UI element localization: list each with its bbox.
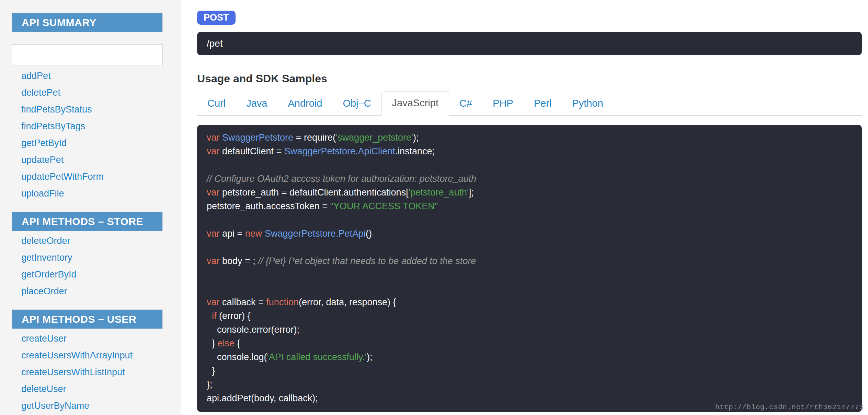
list-item: getPetById [0,135,181,152]
list-item: getInventory [0,249,181,266]
code-token: var [207,146,222,156]
sidebar-item-createUser[interactable]: createUser [21,333,67,344]
sidebar-item-createUsersWithListInput[interactable]: createUsersWithListInput [21,367,125,377]
code-line [207,282,852,295]
code-token: var [207,187,222,198]
sidebar-item-deleteOrder[interactable]: deleteOrder [21,236,70,246]
code-token: petstore_auth.accessToken = [207,201,330,211]
sidebar-item-addPet[interactable]: addPet [21,71,51,81]
list-item: getOrderById [0,266,181,283]
tab-php[interactable]: PHP [482,91,524,115]
code-line: }; [207,378,852,391]
code-token: ); [413,132,419,143]
list-item: createUsersWithListInput [0,364,181,381]
code-line [207,240,852,254]
list-item: createUsersWithArrayInput [0,347,181,364]
sidebar-item-placeOrder[interactable]: placeOrder [21,286,67,296]
language-tabs: CurlJavaAndroidObj–CJavaScriptC#PHPPerlP… [197,91,862,116]
code-line: var body = ; // {Pet} Pet object that ne… [207,254,852,268]
sidebar-section-title: API METHODS – STORE [12,212,163,231]
code-line: } else { [207,336,852,350]
code-token: var [207,297,222,307]
list-item: deleteUser [0,381,181,398]
code-token: petstore_auth = defaultClient.authentica… [222,187,409,198]
code-line: var callback = function(error, data, res… [207,295,852,309]
watermark: http://blog.csdn.net/rth362147773 [715,403,864,411]
sidebar-section-list: createUsercreateUsersWithArrayInputcreat… [0,330,181,414]
sidebar-item-getInventory[interactable]: getInventory [21,252,72,263]
code-token: SwaggerPetstore.PetApi [265,228,366,239]
code-token: api = [222,228,245,239]
code-token: body = ; [222,256,258,266]
sidebar-sections: API SUMMARYaddPetdeletePetfindPetsByStat… [0,13,181,414]
code-line: } [207,364,852,378]
code-line: var SwaggerPetstore = require('swagger_p… [207,131,852,144]
code-line [207,268,852,282]
code-token: 'swagger_petstore' [336,132,413,143]
code-token: } [207,338,218,348]
sidebar-item-findPetsByStatus[interactable]: findPetsByStatus [21,104,92,115]
list-item: createUser [0,330,181,347]
endpoint-path-bar: /pet [197,32,862,55]
tab-python[interactable]: Python [562,91,613,115]
tab-curl[interactable]: Curl [197,91,236,115]
code-line: console.log('API called successfully.'); [207,350,852,364]
list-item: findPetsByTags [0,118,181,135]
tab-perl[interactable]: Perl [524,91,562,115]
sidebar-item-getUserByName[interactable]: getUserByName [21,401,89,411]
code-line: var petstore_auth = defaultClient.authen… [207,186,852,199]
code-token: (error, data, response) { [299,297,396,307]
sidebar-item-getOrderById[interactable]: getOrderById [21,269,77,280]
tab-android[interactable]: Android [277,91,332,115]
code-sample-block: var SwaggerPetstore = require('swagger_p… [197,125,862,412]
list-item: updatePet [0,152,181,168]
list-item: deleteOrder [0,233,181,249]
page: API SUMMARYaddPetdeletePetfindPetsByStat… [0,0,868,415]
code-token: var [207,228,222,239]
tab-obj-c[interactable]: Obj–C [332,91,381,115]
sidebar-item-findPetsByTags[interactable]: findPetsByTags [21,121,85,131]
code-line: // Configure OAuth2 access token for aut… [207,172,852,186]
code-line: if (error) { [207,309,852,323]
sidebar-section-title: API METHODS – USER [12,309,163,329]
tab-c#[interactable]: C# [449,91,482,115]
sidebar: API SUMMARYaddPetdeletePetfindPetsByStat… [0,0,181,415]
code-line: var api = new SwaggerPetstore.PetApi() [207,227,852,240]
sidebar-item-uploadFile[interactable]: uploadFile [21,188,64,199]
tab-java[interactable]: Java [236,91,277,115]
code-line: console.error(error); [207,323,852,336]
sidebar-item-getPetById[interactable]: getPetById [21,138,67,148]
code-token: = require( [293,132,336,143]
code-line: api.addPet(body, callback); [207,391,852,405]
tab-javascript[interactable]: JavaScript [381,91,449,116]
list-item: getUserByName [0,398,181,414]
code-token: console.error(error); [207,324,299,335]
code-token: api.addPet(body, callback); [207,393,318,403]
code-token: function [266,297,299,307]
sidebar-item-updatePet[interactable]: updatePet [21,155,64,165]
sidebar-search-input[interactable] [12,44,163,66]
sidebar-item-deleteUser[interactable]: deleteUser [21,384,66,394]
list-item: placeOrder [0,283,181,300]
endpoint-path: /pet [207,38,223,49]
code-token: new [245,228,265,239]
code-token: (error) { [217,311,251,321]
code-token: { [235,338,240,348]
list-item: addPet [0,68,181,84]
sidebar-item-updatePetWithForm[interactable]: updatePetWithForm [21,171,104,182]
code-token: "YOUR ACCESS TOKEN" [330,201,438,211]
code-token: } [207,366,215,376]
sidebar-item-deletePet[interactable]: deletePet [21,87,60,98]
code-token: 'petstore_auth' [409,187,469,198]
list-item: updatePetWithForm [0,168,181,185]
code-token: console.log( [207,352,267,362]
code-line: petstore_auth.accessToken = "YOUR ACCESS… [207,199,852,213]
code-token [207,311,212,321]
sidebar-section-list: deleteOrdergetInventorygetOrderByIdplace… [0,233,181,300]
code-token: }; [207,379,213,390]
code-token: SwaggerPetstore [222,132,293,143]
list-item: deletePet [0,84,181,101]
http-method-badge: POST [197,11,236,25]
sidebar-item-createUsersWithArrayInput[interactable]: createUsersWithArrayInput [21,350,133,360]
code-token: SwaggerPetstore.ApiClient [284,146,395,156]
